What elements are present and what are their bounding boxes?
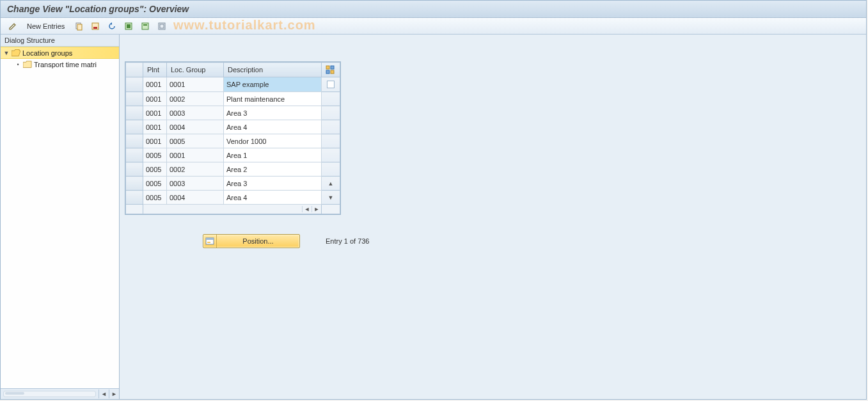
vertical-scroll-cell[interactable] — [322, 92, 340, 106]
cell-description[interactable]: Area 4 — [224, 191, 322, 205]
table-row[interactable]: 00010002Plant maintenance — [126, 92, 340, 106]
cell-loc-group[interactable]: 0002 — [167, 92, 224, 106]
scroll-left-icon[interactable]: ◄ — [302, 206, 312, 212]
table-row[interactable]: 00010003Area 3 — [126, 106, 340, 120]
position-icon — [203, 235, 217, 248]
cell-plnt[interactable]: 0005 — [143, 177, 167, 191]
table-row[interactable]: 00050002Area 2 — [126, 162, 340, 177]
row-selector[interactable] — [126, 177, 143, 191]
dialog-structure-tree[interactable]: ▼ Location groups • Transport time matri — [1, 47, 119, 388]
cell-plnt[interactable]: 0005 — [143, 162, 167, 177]
folder-closed-icon — [23, 61, 32, 68]
cell-plnt[interactable]: 0005 — [143, 148, 167, 162]
cell-description[interactable]: Vendor 1000 — [224, 134, 322, 148]
cell-description[interactable]: Plant maintenance — [224, 92, 322, 106]
row-selector[interactable] — [126, 120, 143, 134]
deselect-all-icon[interactable] — [155, 19, 169, 33]
cell-loc-group[interactable]: 0004 — [167, 120, 224, 134]
scroll-right-icon[interactable]: ► — [109, 389, 119, 398]
table-row[interactable]: 00010004Area 4 — [126, 120, 340, 134]
row-selector[interactable] — [126, 77, 143, 92]
cell-plnt[interactable]: 0001 — [143, 120, 167, 134]
vertical-scroll-cell[interactable]: ▼ — [322, 191, 340, 205]
select-all-icon[interactable] — [122, 19, 136, 33]
cell-loc-group[interactable]: 0003 — [167, 177, 224, 191]
row-selector[interactable] — [126, 162, 143, 177]
tree-collapse-icon[interactable]: ▼ — [3, 50, 10, 56]
row-selector[interactable] — [126, 148, 143, 162]
cell-loc-group[interactable]: 0001 — [167, 148, 224, 162]
cell-description[interactable]: Area 1 — [224, 148, 322, 162]
cell-loc-group[interactable]: 0003 — [167, 106, 224, 120]
column-header-plnt[interactable]: Plnt — [143, 63, 167, 77]
location-groups-table: Plnt Loc. Group Description 00010001SAP … — [125, 61, 341, 215]
vertical-scroll-cell[interactable] — [322, 106, 340, 120]
svg-rect-7 — [143, 24, 147, 26]
watermark-text: www.tutorialkart.com — [173, 18, 316, 33]
table-horizontal-scrollbar[interactable]: ◄ ► — [126, 205, 340, 214]
body: Dialog Structure ▼ Location groups • Tra… — [1, 35, 866, 399]
svg-rect-12 — [326, 70, 329, 74]
scroll-left-icon[interactable]: ◄ — [99, 389, 109, 398]
table-row[interactable]: 00050003Area 3▲ — [126, 177, 340, 191]
cell-loc-group[interactable]: 0001 — [167, 77, 224, 92]
row-selector[interactable] — [126, 92, 143, 106]
svg-rect-13 — [331, 70, 334, 74]
row-selector[interactable] — [126, 191, 143, 205]
cell-plnt[interactable]: 0001 — [143, 134, 167, 148]
cell-plnt[interactable]: 0001 — [143, 106, 167, 120]
cell-description[interactable]: Area 4 — [224, 120, 322, 134]
vertical-scroll-cell[interactable] — [322, 162, 340, 177]
cell-description[interactable]: Area 3 — [224, 177, 322, 191]
toggle-display-change-icon[interactable] — [6, 19, 20, 33]
vertical-scroll-cell[interactable] — [322, 148, 340, 162]
copy-as-icon[interactable] — [72, 19, 86, 33]
scroll-right-icon[interactable]: ► — [312, 206, 321, 212]
svg-rect-6 — [142, 23, 148, 29]
cell-plnt[interactable]: 0001 — [143, 92, 167, 106]
select-block-icon[interactable] — [138, 19, 152, 33]
cell-plnt[interactable]: 0005 — [143, 191, 167, 205]
folder-open-icon — [12, 49, 20, 56]
cell-description[interactable]: Area 2 — [224, 162, 322, 177]
row-selector[interactable] — [126, 134, 143, 148]
tree-node-transport-time[interactable]: • Transport time matri — [1, 59, 119, 70]
scrollbar-track[interactable] — [3, 391, 96, 397]
new-entries-button[interactable]: New Entries — [22, 20, 69, 32]
sidebar-horizontal-scrollbar[interactable]: ◄ ► — [1, 388, 119, 399]
tree-label: Transport time matri — [34, 61, 97, 68]
undo-change-icon[interactable] — [105, 19, 119, 33]
position-button-label: Position... — [217, 237, 299, 245]
dialog-structure-panel: Dialog Structure ▼ Location groups • Tra… — [1, 35, 120, 399]
vertical-scroll-cell[interactable] — [322, 77, 340, 92]
column-header-loc-group[interactable]: Loc. Group — [167, 63, 224, 77]
row-selector[interactable] — [126, 106, 143, 120]
tree-node-location-groups[interactable]: ▼ Location groups — [1, 47, 119, 59]
vertical-scroll-cell[interactable] — [322, 134, 340, 148]
column-header-description[interactable]: Description — [224, 63, 322, 77]
svg-rect-16 — [207, 242, 210, 243]
vertical-scroll-cell[interactable]: ▲ — [322, 177, 340, 191]
table-row[interactable]: 00010005Vendor 1000 — [126, 134, 340, 148]
scroll-up-icon[interactable]: ▲ — [324, 180, 337, 187]
cell-loc-group[interactable]: 0004 — [167, 191, 224, 205]
cell-description[interactable]: SAP example — [224, 77, 322, 92]
table-row[interactable]: 00050004Area 4▼ — [126, 191, 340, 205]
select-all-column[interactable] — [126, 63, 143, 77]
cell-loc-group[interactable]: 0005 — [167, 134, 224, 148]
entry-status-text: Entry 1 of 736 — [326, 237, 370, 245]
position-button[interactable]: Position... — [203, 234, 300, 248]
data-grid[interactable]: Plnt Loc. Group Description 00010001SAP … — [125, 62, 340, 214]
tree-bullet-icon: • — [15, 61, 21, 68]
vertical-scroll-cell[interactable] — [322, 120, 340, 134]
tree-label: Location groups — [22, 49, 72, 57]
cell-description[interactable]: Area 3 — [224, 106, 322, 120]
cell-loc-group[interactable]: 0002 — [167, 162, 224, 177]
delete-icon[interactable] — [88, 19, 102, 33]
scroll-down-icon[interactable]: ▼ — [324, 194, 337, 201]
table-row[interactable]: 00010001SAP example — [126, 77, 340, 92]
table-row[interactable]: 00050001Area 1 — [126, 148, 340, 162]
svg-rect-15 — [206, 238, 214, 240]
cell-plnt[interactable]: 0001 — [143, 77, 167, 92]
table-configuration-icon[interactable] — [322, 63, 340, 77]
